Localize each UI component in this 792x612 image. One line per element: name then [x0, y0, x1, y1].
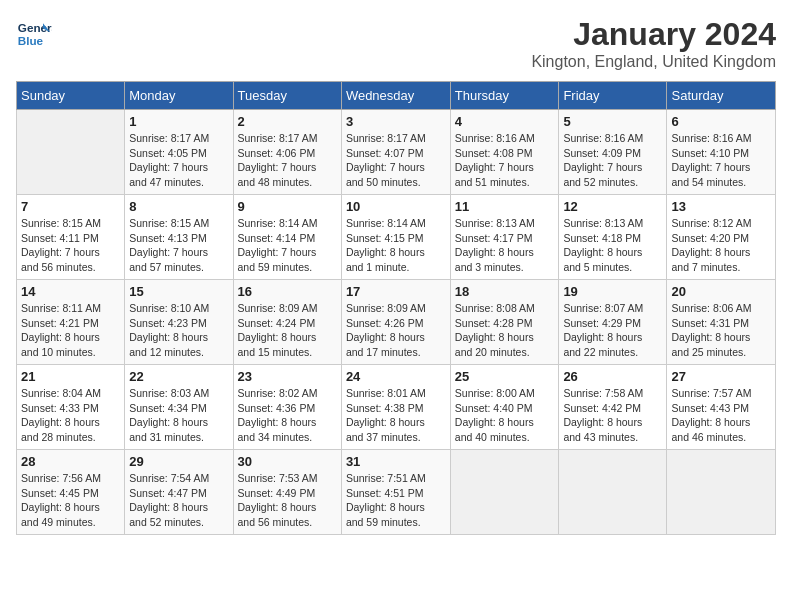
day-info: Sunrise: 8:15 AM Sunset: 4:11 PM Dayligh… [21, 216, 120, 275]
table-row: 17Sunrise: 8:09 AM Sunset: 4:26 PM Dayli… [341, 280, 450, 365]
calendar-week-row: 21Sunrise: 8:04 AM Sunset: 4:33 PM Dayli… [17, 365, 776, 450]
day-info: Sunrise: 8:03 AM Sunset: 4:34 PM Dayligh… [129, 386, 228, 445]
day-info: Sunrise: 8:00 AM Sunset: 4:40 PM Dayligh… [455, 386, 555, 445]
header-tuesday: Tuesday [233, 82, 341, 110]
day-number: 9 [238, 199, 337, 214]
table-row: 20Sunrise: 8:06 AM Sunset: 4:31 PM Dayli… [667, 280, 776, 365]
day-info: Sunrise: 8:17 AM Sunset: 4:06 PM Dayligh… [238, 131, 337, 190]
header-wednesday: Wednesday [341, 82, 450, 110]
day-info: Sunrise: 8:09 AM Sunset: 4:26 PM Dayligh… [346, 301, 446, 360]
table-row [667, 450, 776, 535]
table-row: 28Sunrise: 7:56 AM Sunset: 4:45 PM Dayli… [17, 450, 125, 535]
day-number: 8 [129, 199, 228, 214]
logo: General Blue [16, 16, 52, 52]
table-row: 10Sunrise: 8:14 AM Sunset: 4:15 PM Dayli… [341, 195, 450, 280]
table-row: 9Sunrise: 8:14 AM Sunset: 4:14 PM Daylig… [233, 195, 341, 280]
day-info: Sunrise: 8:06 AM Sunset: 4:31 PM Dayligh… [671, 301, 771, 360]
calendar-subtitle: Kington, England, United Kingdom [531, 53, 776, 71]
table-row: 1Sunrise: 8:17 AM Sunset: 4:05 PM Daylig… [125, 110, 233, 195]
table-row: 21Sunrise: 8:04 AM Sunset: 4:33 PM Dayli… [17, 365, 125, 450]
calendar-table: Sunday Monday Tuesday Wednesday Thursday… [16, 81, 776, 535]
header-saturday: Saturday [667, 82, 776, 110]
day-number: 22 [129, 369, 228, 384]
table-row: 12Sunrise: 8:13 AM Sunset: 4:18 PM Dayli… [559, 195, 667, 280]
table-row: 23Sunrise: 8:02 AM Sunset: 4:36 PM Dayli… [233, 365, 341, 450]
day-info: Sunrise: 8:12 AM Sunset: 4:20 PM Dayligh… [671, 216, 771, 275]
day-number: 25 [455, 369, 555, 384]
day-number: 16 [238, 284, 337, 299]
logo-icon: General Blue [16, 16, 52, 52]
table-row: 18Sunrise: 8:08 AM Sunset: 4:28 PM Dayli… [450, 280, 559, 365]
calendar-header-row: Sunday Monday Tuesday Wednesday Thursday… [17, 82, 776, 110]
table-row: 25Sunrise: 8:00 AM Sunset: 4:40 PM Dayli… [450, 365, 559, 450]
day-number: 7 [21, 199, 120, 214]
day-info: Sunrise: 8:07 AM Sunset: 4:29 PM Dayligh… [563, 301, 662, 360]
table-row: 6Sunrise: 8:16 AM Sunset: 4:10 PM Daylig… [667, 110, 776, 195]
day-info: Sunrise: 7:51 AM Sunset: 4:51 PM Dayligh… [346, 471, 446, 530]
day-info: Sunrise: 8:14 AM Sunset: 4:15 PM Dayligh… [346, 216, 446, 275]
day-info: Sunrise: 8:10 AM Sunset: 4:23 PM Dayligh… [129, 301, 228, 360]
table-row: 13Sunrise: 8:12 AM Sunset: 4:20 PM Dayli… [667, 195, 776, 280]
table-row: 30Sunrise: 7:53 AM Sunset: 4:49 PM Dayli… [233, 450, 341, 535]
day-number: 5 [563, 114, 662, 129]
table-row: 24Sunrise: 8:01 AM Sunset: 4:38 PM Dayli… [341, 365, 450, 450]
table-row: 19Sunrise: 8:07 AM Sunset: 4:29 PM Dayli… [559, 280, 667, 365]
day-info: Sunrise: 8:13 AM Sunset: 4:18 PM Dayligh… [563, 216, 662, 275]
day-number: 4 [455, 114, 555, 129]
page-header: General Blue January 2024 Kington, Engla… [16, 16, 776, 71]
table-row: 8Sunrise: 8:15 AM Sunset: 4:13 PM Daylig… [125, 195, 233, 280]
day-number: 11 [455, 199, 555, 214]
day-info: Sunrise: 8:02 AM Sunset: 4:36 PM Dayligh… [238, 386, 337, 445]
table-row: 7Sunrise: 8:15 AM Sunset: 4:11 PM Daylig… [17, 195, 125, 280]
day-info: Sunrise: 8:17 AM Sunset: 4:07 PM Dayligh… [346, 131, 446, 190]
header-thursday: Thursday [450, 82, 559, 110]
day-number: 21 [21, 369, 120, 384]
day-number: 14 [21, 284, 120, 299]
table-row: 2Sunrise: 8:17 AM Sunset: 4:06 PM Daylig… [233, 110, 341, 195]
day-info: Sunrise: 8:16 AM Sunset: 4:08 PM Dayligh… [455, 131, 555, 190]
day-number: 26 [563, 369, 662, 384]
table-row: 31Sunrise: 7:51 AM Sunset: 4:51 PM Dayli… [341, 450, 450, 535]
table-row: 4Sunrise: 8:16 AM Sunset: 4:08 PM Daylig… [450, 110, 559, 195]
calendar-title: January 2024 [531, 16, 776, 53]
day-info: Sunrise: 8:04 AM Sunset: 4:33 PM Dayligh… [21, 386, 120, 445]
svg-text:Blue: Blue [18, 34, 44, 47]
day-info: Sunrise: 8:15 AM Sunset: 4:13 PM Dayligh… [129, 216, 228, 275]
svg-text:General: General [18, 21, 52, 34]
day-number: 10 [346, 199, 446, 214]
header-monday: Monday [125, 82, 233, 110]
day-info: Sunrise: 7:53 AM Sunset: 4:49 PM Dayligh… [238, 471, 337, 530]
day-number: 13 [671, 199, 771, 214]
day-number: 19 [563, 284, 662, 299]
header-friday: Friday [559, 82, 667, 110]
day-number: 20 [671, 284, 771, 299]
day-info: Sunrise: 8:17 AM Sunset: 4:05 PM Dayligh… [129, 131, 228, 190]
day-info: Sunrise: 8:09 AM Sunset: 4:24 PM Dayligh… [238, 301, 337, 360]
table-row: 15Sunrise: 8:10 AM Sunset: 4:23 PM Dayli… [125, 280, 233, 365]
table-row: 16Sunrise: 8:09 AM Sunset: 4:24 PM Dayli… [233, 280, 341, 365]
table-row [559, 450, 667, 535]
day-info: Sunrise: 8:16 AM Sunset: 4:09 PM Dayligh… [563, 131, 662, 190]
day-number: 30 [238, 454, 337, 469]
day-number: 24 [346, 369, 446, 384]
table-row: 11Sunrise: 8:13 AM Sunset: 4:17 PM Dayli… [450, 195, 559, 280]
day-number: 17 [346, 284, 446, 299]
day-number: 12 [563, 199, 662, 214]
day-number: 1 [129, 114, 228, 129]
table-row [450, 450, 559, 535]
day-number: 15 [129, 284, 228, 299]
day-number: 27 [671, 369, 771, 384]
day-info: Sunrise: 8:08 AM Sunset: 4:28 PM Dayligh… [455, 301, 555, 360]
day-number: 18 [455, 284, 555, 299]
day-number: 6 [671, 114, 771, 129]
day-info: Sunrise: 8:11 AM Sunset: 4:21 PM Dayligh… [21, 301, 120, 360]
day-number: 2 [238, 114, 337, 129]
calendar-week-row: 14Sunrise: 8:11 AM Sunset: 4:21 PM Dayli… [17, 280, 776, 365]
calendar-week-row: 7Sunrise: 8:15 AM Sunset: 4:11 PM Daylig… [17, 195, 776, 280]
day-info: Sunrise: 8:14 AM Sunset: 4:14 PM Dayligh… [238, 216, 337, 275]
day-number: 23 [238, 369, 337, 384]
table-row: 27Sunrise: 7:57 AM Sunset: 4:43 PM Dayli… [667, 365, 776, 450]
day-number: 3 [346, 114, 446, 129]
calendar-week-row: 1Sunrise: 8:17 AM Sunset: 4:05 PM Daylig… [17, 110, 776, 195]
table-row: 5Sunrise: 8:16 AM Sunset: 4:09 PM Daylig… [559, 110, 667, 195]
